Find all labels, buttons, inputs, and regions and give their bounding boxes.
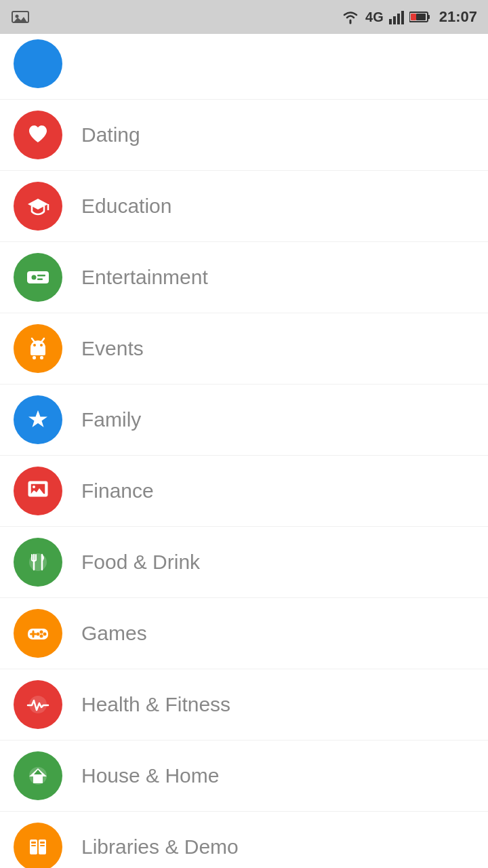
partial-top-item (0, 34, 488, 100)
svg-rect-2 (389, 19, 392, 24)
svg-rect-49 (31, 845, 36, 846)
gamepad-icon (25, 620, 51, 646)
svg-rect-9 (416, 14, 426, 20)
svg-rect-15 (37, 275, 45, 277)
dating-icon-circle (14, 111, 62, 159)
svg-point-19 (33, 344, 36, 347)
entertainment-icon-circle (14, 253, 62, 302)
svg-rect-5 (401, 11, 404, 24)
svg-rect-51 (40, 845, 45, 846)
svg-marker-10 (28, 199, 48, 210)
svg-rect-8 (411, 14, 416, 20)
svg-line-21 (32, 338, 34, 341)
category-item-events[interactable]: Events (0, 313, 488, 384)
education-label: Education (81, 195, 171, 218)
category-item-house-home[interactable]: House & Home (0, 741, 488, 812)
family-icon-circle (14, 395, 62, 444)
house-home-label: House & Home (81, 764, 219, 787)
home-circle-icon (25, 763, 51, 789)
category-item-entertainment[interactable]: Entertainment (0, 242, 488, 313)
category-item-food-drink[interactable]: Food & Drink (0, 527, 488, 598)
category-item-education[interactable]: Education (0, 171, 488, 242)
svg-rect-4 (397, 14, 400, 24)
wifi-icon (341, 9, 360, 24)
games-icon-circle (14, 609, 62, 658)
svg-marker-25 (28, 410, 47, 427)
star-icon (25, 407, 51, 433)
libraries-demo-label: Libraries & Demo (81, 835, 239, 859)
chart-icon (25, 478, 51, 504)
events-icon-circle (14, 324, 62, 373)
svg-rect-18 (30, 347, 45, 355)
house-home-icon-circle (14, 751, 62, 800)
education-icon-circle (14, 182, 62, 231)
heart-icon (25, 122, 51, 148)
svg-rect-16 (37, 279, 43, 281)
category-item-family[interactable]: Family (0, 384, 488, 456)
battery-icon (409, 11, 431, 23)
games-label: Games (81, 622, 147, 645)
health-fitness-icon-circle (14, 680, 62, 729)
food-drink-icon-circle (14, 538, 62, 587)
svg-point-40 (40, 635, 43, 638)
status-bar: 4G 21:07 (0, 0, 488, 34)
category-item-health-fitness[interactable]: Health & Fitness (0, 669, 488, 741)
health-fitness-label: Health & Fitness (81, 693, 230, 716)
fork-knife-icon (25, 549, 51, 575)
status-bar-right: 4G 21:07 (341, 8, 477, 26)
android-icon (25, 336, 51, 361)
svg-point-39 (43, 633, 47, 636)
category-item-libraries-demo[interactable]: Libraries & Demo (0, 812, 488, 868)
category-item-finance[interactable]: Finance (0, 456, 488, 527)
entertainment-label: Entertainment (81, 266, 208, 289)
svg-point-38 (40, 631, 43, 634)
dating-label: Dating (81, 123, 140, 146)
svg-point-1 (16, 15, 19, 18)
category-list: Dating Education Entertainment (0, 34, 488, 868)
svg-rect-12 (28, 272, 48, 283)
finance-icon-circle (14, 467, 62, 515)
libraries-demo-icon-circle (14, 823, 62, 868)
svg-point-41 (37, 633, 40, 636)
book-icon (25, 834, 51, 860)
image-icon (11, 9, 30, 25)
svg-rect-48 (31, 842, 36, 844)
food-drink-label: Food & Drink (81, 551, 200, 574)
time-display: 21:07 (439, 8, 477, 26)
finance-label: Finance (81, 479, 154, 502)
signal-icon (389, 9, 404, 24)
graduation-icon (25, 193, 51, 219)
status-bar-left (11, 9, 30, 25)
svg-line-22 (42, 338, 44, 341)
network-label: 4G (365, 9, 384, 25)
svg-rect-50 (40, 842, 45, 844)
heartbeat-icon (25, 692, 51, 717)
svg-point-14 (32, 275, 37, 280)
category-item-dating[interactable]: Dating (0, 100, 488, 171)
ticket-icon (25, 264, 51, 290)
svg-rect-24 (40, 356, 43, 359)
category-item-games[interactable]: Games (0, 598, 488, 669)
events-label: Events (81, 337, 144, 360)
svg-rect-23 (33, 356, 36, 359)
svg-rect-3 (393, 16, 396, 24)
svg-point-29 (33, 486, 35, 488)
svg-rect-7 (428, 15, 430, 19)
family-label: Family (81, 408, 141, 431)
svg-point-20 (40, 344, 43, 347)
partial-icon (14, 39, 62, 88)
